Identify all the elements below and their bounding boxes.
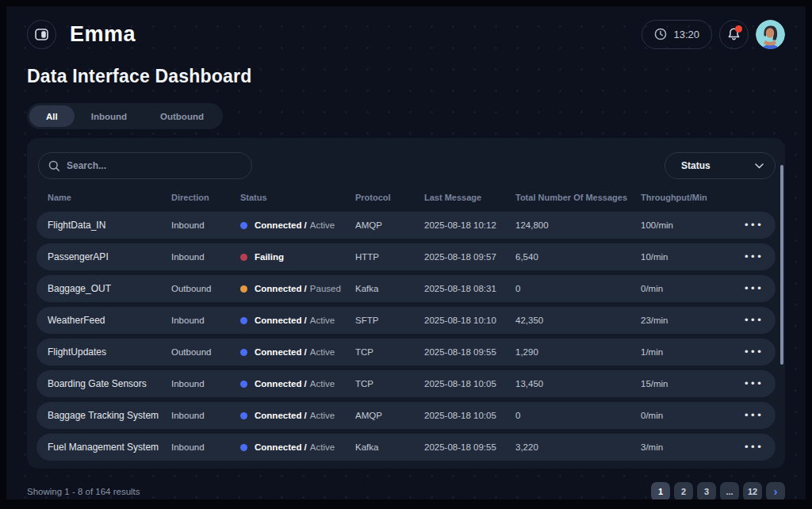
table-footer: Showing 1 - 8 of 164 results 1 2 3 ... 1… bbox=[27, 482, 785, 499]
clock-time: 13:20 bbox=[673, 29, 699, 40]
pagination-page-2[interactable]: 2 bbox=[674, 482, 693, 499]
sidebar-toggle-button[interactable] bbox=[27, 20, 56, 49]
cell-status: Connected / Active bbox=[240, 316, 355, 325]
table-row[interactable]: Baggage Tracking System Inbound Connecte… bbox=[36, 402, 776, 429]
cell-total-messages: 3,220 bbox=[515, 442, 641, 452]
table-row[interactable]: Baggage_OUT Outbound Connected / Paused … bbox=[36, 275, 776, 302]
column-header-status: Status bbox=[240, 193, 355, 202]
cell-name: FlightData_IN bbox=[48, 220, 171, 231]
row-actions-button[interactable]: ••• bbox=[730, 346, 764, 358]
pagination-next-button[interactable]: › bbox=[766, 482, 785, 499]
cell-protocol: AMQP bbox=[355, 220, 424, 230]
cell-total-messages: 0 bbox=[515, 284, 641, 293]
column-header-direction: Direction bbox=[171, 193, 240, 202]
notifications-button[interactable] bbox=[719, 20, 749, 49]
app-background: Emma 13:20 bbox=[6, 6, 806, 499]
cell-total-messages: 0 bbox=[515, 411, 641, 420]
cell-throughput: 1/min bbox=[641, 347, 730, 357]
status-dot-icon bbox=[240, 349, 247, 356]
cell-total-messages: 1,290 bbox=[515, 347, 641, 357]
pagination-page-1[interactable]: 1 bbox=[651, 482, 670, 499]
cell-throughput: 0/min bbox=[641, 411, 730, 420]
cell-throughput: 3/min bbox=[641, 442, 730, 452]
table-row[interactable]: Fuel Management System Inbound Connected… bbox=[36, 434, 776, 461]
pagination: 1 2 3 ... 12 › bbox=[651, 482, 785, 499]
search-input[interactable] bbox=[67, 160, 242, 171]
cell-name: PassengerAPI bbox=[48, 251, 171, 262]
cell-status: Connected / Paused bbox=[240, 284, 355, 293]
search-box[interactable] bbox=[38, 152, 252, 179]
status-dot-icon bbox=[240, 254, 247, 261]
cell-name: Baggage_OUT bbox=[48, 283, 171, 294]
cell-status: Connected / Active bbox=[240, 442, 355, 452]
cell-protocol: TCP bbox=[355, 347, 424, 357]
cell-throughput: 15/min bbox=[641, 379, 730, 388]
pagination-ellipsis[interactable]: ... bbox=[720, 482, 739, 499]
table-header-row: Name Direction Status Protocol Last Mess… bbox=[36, 189, 776, 205]
status-main-text: Failing bbox=[255, 252, 284, 262]
cell-name: Fuel Management System bbox=[48, 442, 171, 453]
user-avatar[interactable] bbox=[756, 20, 785, 49]
cell-protocol: TCP bbox=[355, 379, 424, 388]
cell-last-message: 2025-08-18 10:12 bbox=[424, 220, 515, 230]
cell-status: Connected / Active bbox=[240, 411, 355, 420]
status-main-text: Connected / bbox=[255, 442, 307, 452]
row-actions-button[interactable]: ••• bbox=[730, 410, 764, 421]
cell-status: Connected / Active bbox=[240, 220, 355, 230]
row-actions-button[interactable]: ••• bbox=[730, 378, 764, 389]
status-main-text: Connected / bbox=[255, 316, 307, 325]
top-bar: Emma 13:20 bbox=[27, 19, 785, 49]
sidebar-toggle-icon bbox=[35, 29, 48, 40]
column-header-total-messages: Total Number Of Messages bbox=[515, 193, 641, 202]
row-actions-button[interactable]: ••• bbox=[730, 283, 764, 294]
pagination-page-3[interactable]: 3 bbox=[697, 482, 716, 499]
cell-direction: Inbound bbox=[171, 411, 240, 420]
status-dot-icon bbox=[240, 444, 247, 451]
pagination-page-12[interactable]: 12 bbox=[743, 482, 762, 499]
status-dot-icon bbox=[240, 381, 247, 388]
cell-protocol: Kafka bbox=[355, 284, 424, 293]
cell-last-message: 2025-08-18 09:57 bbox=[424, 252, 515, 262]
status-main-text: Connected / bbox=[255, 284, 307, 293]
cell-total-messages: 124,800 bbox=[515, 220, 641, 230]
cell-last-message: 2025-08-18 10:05 bbox=[424, 379, 515, 388]
vertical-scrollbar[interactable] bbox=[780, 165, 783, 365]
row-actions-button[interactable]: ••• bbox=[730, 220, 764, 231]
clock-widget[interactable]: 13:20 bbox=[642, 20, 712, 49]
tab-inbound[interactable]: Inbound bbox=[75, 105, 144, 127]
cell-status: Failing bbox=[240, 252, 355, 262]
table-toolbar: Status bbox=[36, 152, 776, 179]
tab-outbound[interactable]: Outbound bbox=[144, 105, 220, 127]
table-row[interactable]: Boarding Gate Sensors Inbound Connected … bbox=[36, 370, 776, 397]
tab-all[interactable]: All bbox=[29, 105, 75, 127]
status-filter-dropdown[interactable]: Status bbox=[665, 152, 776, 179]
status-dot-icon bbox=[240, 285, 247, 293]
avatar-image bbox=[756, 20, 785, 49]
column-header-protocol: Protocol bbox=[355, 193, 424, 202]
cell-status: Connected / Active bbox=[240, 379, 355, 388]
status-sub-text: Active bbox=[310, 411, 335, 420]
cell-direction: Inbound bbox=[171, 316, 240, 325]
status-filter-label: Status bbox=[681, 160, 710, 171]
table-row[interactable]: WeatherFeed Inbound Connected / Active S… bbox=[36, 307, 776, 334]
row-actions-button[interactable]: ••• bbox=[730, 442, 764, 453]
cell-throughput: 100/min bbox=[641, 220, 730, 230]
cell-name: Baggage Tracking System bbox=[48, 410, 171, 421]
status-sub-text: Paused bbox=[310, 284, 341, 293]
status-sub-text: Active bbox=[310, 316, 335, 325]
status-dot-icon bbox=[240, 412, 247, 419]
cell-last-message: 2025-08-18 09:55 bbox=[424, 442, 515, 452]
table-row[interactable]: FlightUpdates Outbound Connected / Activ… bbox=[36, 339, 776, 365]
cell-direction: Inbound bbox=[171, 252, 240, 262]
table-row[interactable]: FlightData_IN Inbound Connected / Active… bbox=[36, 212, 776, 239]
row-actions-button[interactable]: ••• bbox=[730, 251, 764, 262]
row-actions-button[interactable]: ••• bbox=[730, 315, 764, 326]
table-row[interactable]: PassengerAPI Inbound Failing HTTP 2025-0… bbox=[36, 243, 776, 270]
cell-protocol: HTTP bbox=[355, 252, 424, 262]
cell-direction: Inbound bbox=[171, 220, 240, 230]
column-header-last-message: Last Message bbox=[424, 193, 515, 202]
cell-protocol: SFTP bbox=[355, 316, 424, 325]
chevron-down-icon bbox=[755, 163, 764, 169]
data-table-card: Status Name Direction Status Protocol La… bbox=[27, 138, 785, 469]
clock-icon bbox=[654, 28, 667, 40]
